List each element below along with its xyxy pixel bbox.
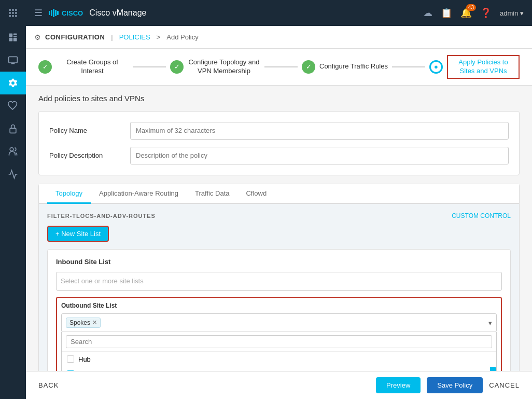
svg-rect-11 <box>13 36 17 37</box>
outbound-dropdown: Hub ✓ Spokes <box>61 332 497 371</box>
svg-rect-4 <box>12 12 13 13</box>
dropdown-item-hub[interactable]: Hub <box>62 352 496 367</box>
subbar-current-page: Add Policy <box>166 33 198 41</box>
cisco-text: CISCO <box>62 9 83 17</box>
sidebar-item-users[interactable] <box>0 140 26 163</box>
outbound-title: Outbound Site List <box>61 302 497 309</box>
svg-rect-9 <box>9 34 13 37</box>
hamburger-icon[interactable]: ☰ <box>34 7 43 19</box>
topbar: ☰ CISCO Cisco vManage ☁ 📋 🔔 43 ❓ admin ▾ <box>26 0 532 26</box>
svg-rect-10 <box>13 34 17 35</box>
svg-rect-5 <box>15 12 17 13</box>
cisco-mark-icon <box>49 9 59 17</box>
tab-traffic-data[interactable]: Traffic Data <box>187 184 237 204</box>
wizard-step-1[interactable]: ✓ Create Groups of Interest <box>38 58 129 76</box>
wizard-step-2[interactable]: ✓ Configure Topology and VPN Membership <box>170 58 260 76</box>
step-2-label: Configure Topology and VPN Membership <box>188 58 260 76</box>
outbound-section: Outbound Site List Spokes ✕ ▾ <box>56 297 502 371</box>
hub-label: Hub <box>78 355 91 363</box>
dropdown-item-spokes[interactable]: ✓ Spokes <box>62 367 496 371</box>
hub-checkbox[interactable] <box>67 355 74 363</box>
topology-tab-content: FILTER-TLOCS-AND-ADV-ROUTES CUSTOM CONTR… <box>39 204 519 371</box>
policy-form: Policy Name Policy Description <box>38 111 520 175</box>
tab-cflowd[interactable]: Cflowd <box>237 184 275 204</box>
sidebar-item-grid[interactable] <box>0 0 26 26</box>
sidebar-item-config[interactable] <box>0 72 26 94</box>
step-3-icon: ✓ <box>302 60 315 74</box>
svg-rect-12 <box>9 38 13 42</box>
svg-rect-8 <box>15 15 17 17</box>
subbar-arrow-icon: > <box>157 33 161 41</box>
svg-rect-0 <box>9 9 11 11</box>
subbar-section: CONFIGURATION <box>45 33 105 41</box>
scroll-indicator <box>490 367 496 371</box>
inbound-placeholder: Select one or more site lists <box>61 277 144 285</box>
wizard-step-3[interactable]: ✓ Configure Traffic Rules <box>302 60 388 74</box>
step-connector-2 <box>264 66 298 67</box>
dropdown-search-area <box>62 332 496 352</box>
save-policy-button[interactable]: Save Policy <box>427 377 483 393</box>
spokes-label: Spokes <box>78 370 101 371</box>
step-2-icon: ✓ <box>170 60 184 74</box>
svg-rect-1 <box>12 9 13 11</box>
svg-rect-3 <box>9 12 11 13</box>
wizard-step-4[interactable]: ● Apply Policies to Sites and VPNs <box>429 55 520 79</box>
cancel-button[interactable]: CANCEL <box>489 381 520 389</box>
svg-rect-2 <box>15 9 17 11</box>
step-connector-3 <box>392 66 425 67</box>
new-site-list-button[interactable]: + New Site List <box>47 226 109 242</box>
policy-desc-row: Policy Description <box>49 147 509 164</box>
config-icon: ⚙ <box>34 33 41 42</box>
cisco-logo: CISCO <box>49 9 83 17</box>
subbar-separator: | <box>111 33 113 41</box>
step-1-label: Create Groups of Interest <box>56 58 129 76</box>
policy-desc-input[interactable] <box>130 147 509 164</box>
page-inner: Add policies to sites and VPNs Policy Na… <box>26 86 532 371</box>
svg-rect-13 <box>13 38 17 42</box>
tabs-bar: Topology Application-Aware Routing Traff… <box>39 184 519 204</box>
site-list-card: Inbound Site List Select one or more sit… <box>47 249 511 371</box>
policy-name-input[interactable] <box>130 122 509 140</box>
svg-point-18 <box>10 148 13 152</box>
outbound-select[interactable]: Spokes ✕ ▾ <box>61 313 497 332</box>
tab-topology[interactable]: Topology <box>47 184 91 204</box>
document-icon[interactable]: 📋 <box>441 7 452 19</box>
tabs-container: Topology Application-Aware Routing Traff… <box>38 184 520 371</box>
page-header: Add policies to sites and VPNs <box>38 94 520 103</box>
help-icon[interactable]: ❓ <box>480 7 492 19</box>
sidebar-item-monitor[interactable] <box>0 49 26 72</box>
outbound-select-wrapper: Spokes ✕ ▾ <box>61 313 497 371</box>
sidebar-item-tools[interactable] <box>0 94 26 117</box>
sidebar-item-analytics[interactable] <box>0 163 26 186</box>
dropdown-arrow-icon: ▾ <box>488 319 492 326</box>
step-4-label: Apply Policies to Sites and VPNs <box>447 55 520 79</box>
policy-desc-label: Policy Description <box>49 152 122 159</box>
policy-name-row: Policy Name <box>49 122 509 140</box>
admin-menu[interactable]: admin ▾ <box>500 9 524 17</box>
policy-name-label: Policy Name <box>49 127 122 134</box>
spokes-checkbox[interactable]: ✓ <box>67 370 74 371</box>
sidebar-item-lock[interactable] <box>0 117 26 140</box>
svg-rect-7 <box>12 15 13 17</box>
subbar-subsection-link[interactable]: POLICIES <box>119 33 150 41</box>
sidebar <box>0 0 26 399</box>
back-button[interactable]: BACK <box>38 381 59 389</box>
app-title: Cisco vManage <box>89 8 146 18</box>
sidebar-item-dashboard[interactable] <box>0 26 26 49</box>
dropdown-search-input[interactable] <box>66 335 492 348</box>
notification-icon[interactable]: 🔔 43 <box>460 7 472 19</box>
inbound-select[interactable]: Select one or more site lists <box>56 272 502 291</box>
topbar-right: ☁ 📋 🔔 43 ❓ admin ▾ <box>423 7 524 19</box>
remove-spokes-tag[interactable]: ✕ <box>92 319 97 326</box>
inbound-select-wrapper[interactable]: Select one or more site lists <box>56 272 502 291</box>
tab-app-routing[interactable]: Application-Aware Routing <box>91 184 187 204</box>
step-connector-1 <box>133 66 166 67</box>
page-content-area: Add policies to sites and VPNs Policy Na… <box>26 86 532 371</box>
preview-button[interactable]: Preview <box>376 377 421 393</box>
svg-rect-17 <box>10 128 16 133</box>
custom-control-link[interactable]: CUSTOM CONTROL <box>452 212 511 219</box>
cloud-icon[interactable]: ☁ <box>423 7 432 19</box>
wizard-steps: ✓ Create Groups of Interest ✓ Configure … <box>26 49 532 86</box>
filter-header: FILTER-TLOCS-AND-ADV-ROUTES CUSTOM CONTR… <box>47 212 511 219</box>
svg-rect-14 <box>9 57 18 63</box>
